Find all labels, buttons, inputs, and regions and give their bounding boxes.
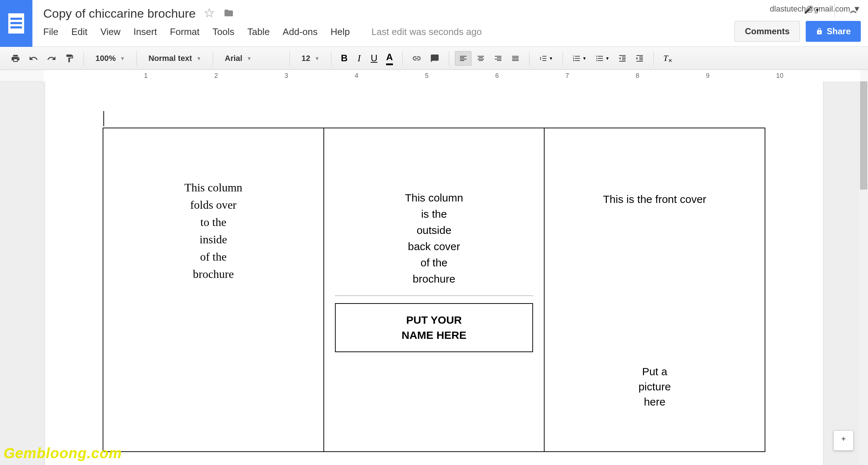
share-label: Share: [827, 26, 851, 36]
redo-button[interactable]: [43, 51, 60, 66]
brochure-column-2[interactable]: This column is the outside back cover of…: [324, 128, 545, 451]
line-spacing-button[interactable]: ▼: [535, 51, 557, 66]
bulleted-list-button[interactable]: ▼: [592, 51, 613, 66]
insert-link-button[interactable]: [408, 51, 425, 66]
column-3-title[interactable]: This is the front cover: [555, 193, 754, 205]
document-page[interactable]: This column folds over to the inside of …: [45, 81, 823, 465]
menu-addons[interactable]: Add-ons: [283, 26, 318, 37]
menu-file[interactable]: File: [43, 26, 58, 37]
text-color-button[interactable]: A: [382, 51, 397, 66]
zoom-select[interactable]: 100%▼: [90, 51, 131, 66]
document-title[interactable]: Copy of chiccarine brochure: [43, 6, 196, 21]
document-canvas: This column folds over to the inside of …: [0, 81, 868, 465]
toolbar: 100%▼ Normal text▼ Arial▼ 12▼ B I U A ▼ …: [0, 47, 868, 70]
undo-button[interactable]: [25, 51, 42, 66]
docs-app-icon[interactable]: [0, 0, 32, 47]
menu-format[interactable]: Format: [170, 26, 200, 37]
underline-button[interactable]: U: [367, 51, 381, 66]
menu-insert[interactable]: Insert: [134, 26, 157, 37]
align-left-button[interactable]: [455, 51, 471, 66]
brochure-column-1[interactable]: This column folds over to the inside of …: [103, 128, 324, 451]
comments-button[interactable]: Comments: [734, 21, 800, 42]
scrollbar-thumb[interactable]: [860, 81, 867, 190]
text-cursor: [103, 111, 104, 126]
explore-button[interactable]: [833, 430, 854, 451]
name-box[interactable]: PUT YOUR NAME HERE: [335, 303, 533, 352]
insert-comment-button[interactable]: [426, 51, 443, 66]
folder-icon[interactable]: [223, 8, 234, 19]
star-icon[interactable]: [204, 8, 214, 19]
menu-edit[interactable]: Edit: [71, 26, 88, 37]
decrease-indent-button[interactable]: [614, 51, 630, 66]
comments-label: Comments: [745, 26, 789, 36]
paint-format-button[interactable]: [61, 51, 78, 66]
menu-help[interactable]: Help: [331, 26, 350, 37]
app-header: Copy of chiccarine brochure File Edit Vi…: [0, 0, 868, 47]
font-select[interactable]: Arial▼: [219, 51, 284, 66]
vertical-scrollbar[interactable]: [859, 81, 868, 465]
menu-tools[interactable]: Tools: [212, 26, 234, 37]
column-2-text[interactable]: This column is the outside back cover of…: [335, 190, 533, 287]
menu-table[interactable]: Table: [247, 26, 270, 37]
collapse-toolbar-button[interactable]: ︽: [846, 3, 861, 17]
editing-mode-button[interactable]: ▼: [800, 3, 823, 17]
brochure-column-3[interactable]: This is the front cover Put a picture he…: [545, 128, 765, 451]
font-size-select[interactable]: 12▼: [296, 51, 325, 66]
edit-status: Last edit was seconds ago: [371, 26, 482, 37]
paragraph-style-select[interactable]: Normal text▼: [143, 51, 207, 66]
numbered-list-button[interactable]: ▼: [569, 51, 590, 66]
share-button[interactable]: Share: [806, 21, 861, 42]
horizontal-rule: [335, 296, 533, 296]
column-3-picture-placeholder[interactable]: Put a picture here: [555, 364, 754, 409]
increase-indent-button[interactable]: [632, 51, 648, 66]
align-center-button[interactable]: [473, 51, 489, 66]
clear-formatting-button[interactable]: T✕: [659, 51, 676, 66]
lock-icon: [816, 28, 823, 35]
ruler[interactable]: 1 2 3 4 5 6 7 8 9 10: [0, 70, 868, 81]
italic-button[interactable]: I: [353, 51, 366, 66]
align-right-button[interactable]: [490, 51, 506, 66]
watermark: Gembloong.com: [4, 445, 122, 461]
print-button[interactable]: [7, 51, 24, 66]
column-1-text[interactable]: This column folds over to the inside of …: [114, 179, 313, 283]
menu-view[interactable]: View: [100, 26, 121, 37]
bold-button[interactable]: B: [337, 51, 351, 66]
brochure-table[interactable]: This column folds over to the inside of …: [103, 128, 765, 452]
align-justify-button[interactable]: [507, 51, 523, 66]
